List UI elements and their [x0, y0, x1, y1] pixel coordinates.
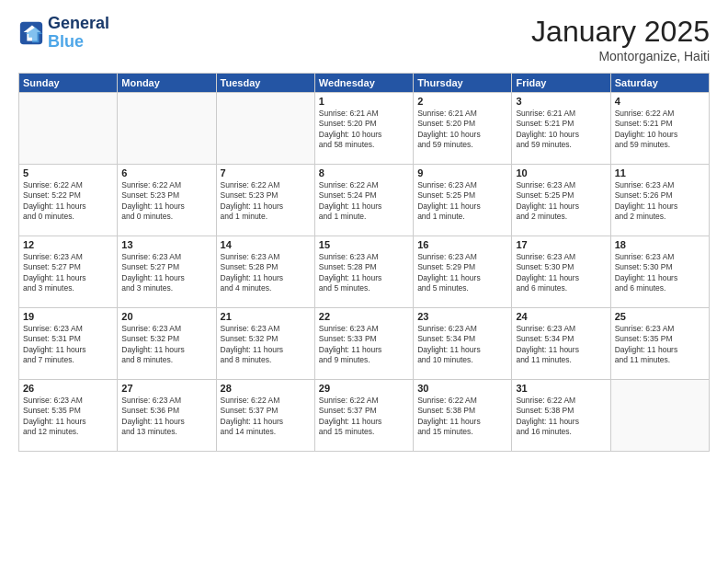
day-info: Sunrise: 6:22 AM Sunset: 5:38 PM Dayligh…: [516, 396, 606, 438]
table-row: 15Sunrise: 6:23 AM Sunset: 5:28 PM Dayli…: [314, 236, 413, 308]
header-sunday: Sunday: [19, 74, 118, 93]
table-row: 12Sunrise: 6:23 AM Sunset: 5:27 PM Dayli…: [19, 236, 118, 308]
day-number: 24: [516, 311, 606, 322]
day-info: Sunrise: 6:23 AM Sunset: 5:33 PM Dayligh…: [319, 324, 409, 366]
table-row: 11Sunrise: 6:23 AM Sunset: 5:26 PM Dayli…: [610, 165, 709, 236]
logo-text: GeneralBlue: [48, 15, 109, 52]
day-info: Sunrise: 6:23 AM Sunset: 5:34 PM Dayligh…: [516, 324, 606, 366]
day-info: Sunrise: 6:22 AM Sunset: 5:37 PM Dayligh…: [221, 396, 311, 438]
table-row: 28Sunrise: 6:22 AM Sunset: 5:37 PM Dayli…: [216, 380, 314, 452]
table-row: [118, 93, 216, 165]
table-row: 17Sunrise: 6:23 AM Sunset: 5:30 PM Dayli…: [512, 236, 610, 308]
table-row: [19, 93, 118, 165]
page: GeneralBlue January 2025 Montorganize, H…: [0, 0, 728, 563]
day-number: 5: [23, 167, 113, 178]
day-info: Sunrise: 6:22 AM Sunset: 5:22 PM Dayligh…: [23, 180, 113, 223]
day-info: Sunrise: 6:23 AM Sunset: 5:32 PM Dayligh…: [121, 324, 211, 366]
day-info: Sunrise: 6:23 AM Sunset: 5:25 PM Dayligh…: [417, 180, 507, 223]
day-number: 17: [516, 239, 606, 250]
day-info: Sunrise: 6:23 AM Sunset: 5:35 PM Dayligh…: [23, 396, 113, 438]
day-number: 9: [417, 167, 507, 178]
calendar-week-row: 12Sunrise: 6:23 AM Sunset: 5:27 PM Dayli…: [19, 236, 710, 308]
table-row: 6Sunrise: 6:22 AM Sunset: 5:23 PM Daylig…: [118, 165, 216, 236]
table-row: 18Sunrise: 6:23 AM Sunset: 5:30 PM Dayli…: [610, 236, 709, 308]
table-row: 3Sunrise: 6:21 AM Sunset: 5:21 PM Daylig…: [512, 93, 610, 165]
calendar-week-row: 26Sunrise: 6:23 AM Sunset: 5:35 PM Dayli…: [19, 380, 710, 452]
day-number: 28: [221, 383, 311, 394]
day-number: 20: [121, 311, 211, 322]
table-row: 2Sunrise: 6:21 AM Sunset: 5:20 PM Daylig…: [414, 93, 512, 165]
table-row: 22Sunrise: 6:23 AM Sunset: 5:33 PM Dayli…: [314, 308, 413, 380]
table-row: 23Sunrise: 6:23 AM Sunset: 5:34 PM Dayli…: [414, 308, 512, 380]
day-info: Sunrise: 6:22 AM Sunset: 5:38 PM Dayligh…: [417, 396, 507, 438]
day-info: Sunrise: 6:22 AM Sunset: 5:37 PM Dayligh…: [319, 396, 409, 438]
table-row: 25Sunrise: 6:23 AM Sunset: 5:35 PM Dayli…: [610, 308, 709, 380]
day-number: 3: [516, 96, 606, 107]
day-info: Sunrise: 6:23 AM Sunset: 5:35 PM Dayligh…: [615, 324, 705, 366]
title-block: January 2025 Montorganize, Haiti: [531, 15, 710, 63]
day-number: 19: [23, 311, 113, 322]
day-number: 4: [615, 96, 705, 107]
day-info: Sunrise: 6:23 AM Sunset: 5:29 PM Dayligh…: [417, 252, 507, 294]
day-info: Sunrise: 6:21 AM Sunset: 5:21 PM Dayligh…: [516, 109, 606, 151]
table-row: 4Sunrise: 6:22 AM Sunset: 5:21 PM Daylig…: [610, 93, 709, 165]
header: GeneralBlue January 2025 Montorganize, H…: [18, 15, 710, 63]
header-saturday: Saturday: [610, 74, 709, 93]
table-row: 16Sunrise: 6:23 AM Sunset: 5:29 PM Dayli…: [414, 236, 512, 308]
day-info: Sunrise: 6:23 AM Sunset: 5:32 PM Dayligh…: [221, 324, 311, 366]
day-number: 31: [516, 383, 606, 394]
table-row: 29Sunrise: 6:22 AM Sunset: 5:37 PM Dayli…: [314, 380, 413, 452]
table-row: 24Sunrise: 6:23 AM Sunset: 5:34 PM Dayli…: [512, 308, 610, 380]
table-row: 5Sunrise: 6:22 AM Sunset: 5:22 PM Daylig…: [19, 165, 118, 236]
day-number: 11: [615, 167, 705, 178]
day-number: 15: [319, 239, 409, 250]
table-row: 7Sunrise: 6:22 AM Sunset: 5:23 PM Daylig…: [216, 165, 314, 236]
weekday-header-row: Sunday Monday Tuesday Wednesday Thursday…: [19, 74, 710, 93]
day-number: 14: [221, 239, 311, 250]
calendar-table: Sunday Monday Tuesday Wednesday Thursday…: [18, 73, 710, 452]
day-info: Sunrise: 6:23 AM Sunset: 5:34 PM Dayligh…: [417, 324, 507, 366]
day-number: 2: [417, 96, 507, 107]
table-row: 10Sunrise: 6:23 AM Sunset: 5:25 PM Dayli…: [512, 165, 610, 236]
day-info: Sunrise: 6:21 AM Sunset: 5:20 PM Dayligh…: [319, 109, 409, 151]
day-info: Sunrise: 6:22 AM Sunset: 5:24 PM Dayligh…: [319, 180, 409, 223]
header-friday: Friday: [512, 74, 610, 93]
logo-icon: [18, 20, 44, 46]
table-row: 26Sunrise: 6:23 AM Sunset: 5:35 PM Dayli…: [19, 380, 118, 452]
table-row: 19Sunrise: 6:23 AM Sunset: 5:31 PM Dayli…: [19, 308, 118, 380]
day-number: 7: [221, 167, 311, 178]
table-row: 21Sunrise: 6:23 AM Sunset: 5:32 PM Dayli…: [216, 308, 314, 380]
header-thursday: Thursday: [414, 74, 512, 93]
table-row: [610, 380, 709, 452]
day-info: Sunrise: 6:21 AM Sunset: 5:20 PM Dayligh…: [417, 109, 507, 151]
table-row: 30Sunrise: 6:22 AM Sunset: 5:38 PM Dayli…: [414, 380, 512, 452]
calendar-week-row: 5Sunrise: 6:22 AM Sunset: 5:22 PM Daylig…: [19, 165, 710, 236]
day-info: Sunrise: 6:23 AM Sunset: 5:28 PM Dayligh…: [221, 252, 311, 294]
day-info: Sunrise: 6:23 AM Sunset: 5:28 PM Dayligh…: [319, 252, 409, 294]
day-number: 27: [121, 383, 211, 394]
header-monday: Monday: [118, 74, 216, 93]
day-number: 23: [417, 311, 507, 322]
day-info: Sunrise: 6:23 AM Sunset: 5:30 PM Dayligh…: [516, 252, 606, 294]
table-row: 1Sunrise: 6:21 AM Sunset: 5:20 PM Daylig…: [314, 93, 413, 165]
table-row: 14Sunrise: 6:23 AM Sunset: 5:28 PM Dayli…: [216, 236, 314, 308]
day-info: Sunrise: 6:23 AM Sunset: 5:27 PM Dayligh…: [121, 252, 211, 294]
day-number: 25: [615, 311, 705, 322]
day-number: 30: [417, 383, 507, 394]
day-number: 21: [221, 311, 311, 322]
day-info: Sunrise: 6:23 AM Sunset: 5:31 PM Dayligh…: [23, 324, 113, 366]
day-number: 16: [417, 239, 507, 250]
day-number: 6: [121, 167, 211, 178]
day-number: 1: [319, 96, 409, 107]
table-row: 13Sunrise: 6:23 AM Sunset: 5:27 PM Dayli…: [118, 236, 216, 308]
calendar-week-row: 1Sunrise: 6:21 AM Sunset: 5:20 PM Daylig…: [19, 93, 710, 165]
day-info: Sunrise: 6:23 AM Sunset: 5:27 PM Dayligh…: [23, 252, 113, 294]
day-info: Sunrise: 6:22 AM Sunset: 5:23 PM Dayligh…: [121, 180, 211, 223]
calendar-week-row: 19Sunrise: 6:23 AM Sunset: 5:31 PM Dayli…: [19, 308, 710, 380]
day-number: 22: [319, 311, 409, 322]
table-row: 8Sunrise: 6:22 AM Sunset: 5:24 PM Daylig…: [314, 165, 413, 236]
day-number: 29: [319, 383, 409, 394]
day-info: Sunrise: 6:23 AM Sunset: 5:30 PM Dayligh…: [615, 252, 705, 294]
day-info: Sunrise: 6:23 AM Sunset: 5:25 PM Dayligh…: [516, 180, 606, 223]
table-row: 27Sunrise: 6:23 AM Sunset: 5:36 PM Dayli…: [118, 380, 216, 452]
